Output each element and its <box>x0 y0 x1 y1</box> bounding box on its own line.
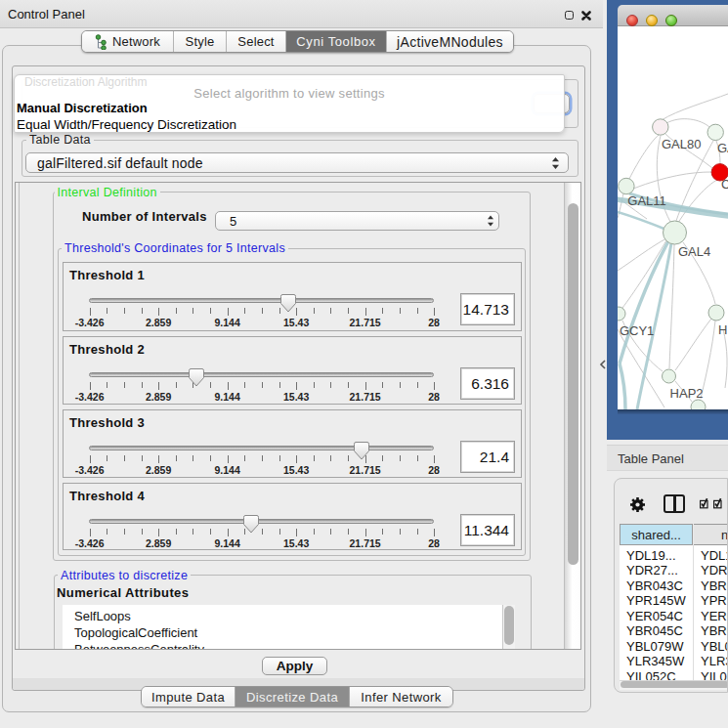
svg-text:GAL80: GAL80 <box>662 137 701 151</box>
svg-text:C: C <box>721 177 728 192</box>
svg-text:H: H <box>718 322 727 337</box>
svg-text:GAL4: GAL4 <box>678 244 710 259</box>
svg-text:GCY1: GCY1 <box>620 323 654 338</box>
svg-text:GA: GA <box>717 141 728 155</box>
svg-text:GAL11: GAL11 <box>627 193 666 208</box>
svg-text:HAP2: HAP2 <box>670 386 704 401</box>
